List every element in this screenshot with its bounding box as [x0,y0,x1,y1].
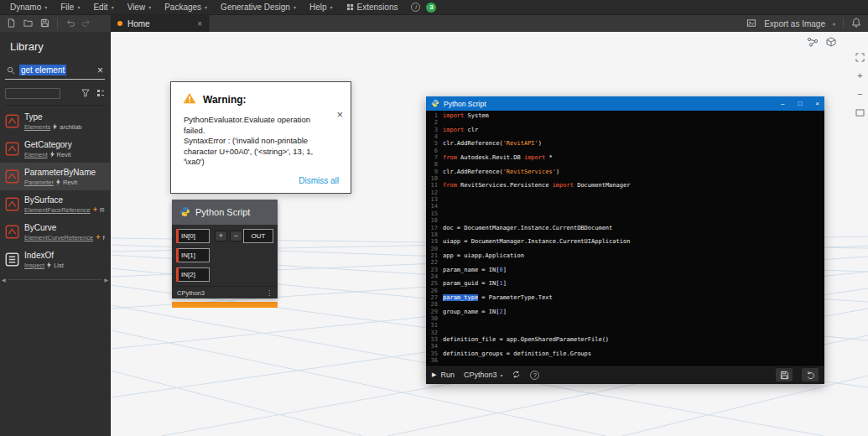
fullscreen-icon[interactable] [855,107,865,118]
filter-input[interactable] [5,88,60,99]
action-icon [47,262,51,268]
library-item-bysurface[interactable]: BySurfaceElementFaceReference+Revit [0,190,110,218]
sync-icon[interactable] [512,370,521,381]
warning-close-icon[interactable]: × [336,108,343,121]
layout-toggle-icon[interactable] [96,86,105,101]
editor-save-button[interactable] [776,368,793,382]
scroll-left-icon[interactable]: ◀ [2,277,6,283]
node-icon [5,197,19,211]
tab-home[interactable]: Home × [111,15,210,32]
export-image-icon [746,18,756,29]
bell-icon[interactable] [851,18,861,29]
editor-revert-button[interactable] [802,368,819,382]
extensions-icon [346,3,354,11]
workspace-canvas[interactable]: + − Warning: × PythonEvaluator.Evaluate … [111,32,868,436]
menubar-items: Dynamo▾File▾Edit▾View▾Packages▾Generativ… [3,3,404,12]
zoom-in-icon[interactable]: + [855,70,865,81]
warning-icon [183,92,196,107]
menu-view[interactable]: View▾ [121,3,159,12]
input-port-2[interactable]: IN[2] [176,267,210,282]
create-icon: + [93,207,97,213]
menu-help[interactable]: Help▾ [303,3,340,12]
menu-edit[interactable]: Edit▾ [86,3,120,12]
run-button[interactable]: ▶Run [432,371,455,379]
library-search[interactable]: get element × [5,61,105,80]
node-subtitle: ElementFaceReference+Revit [24,206,105,214]
input-port-1[interactable]: IN[1] [176,248,210,262]
add-input-button[interactable]: + [215,231,227,241]
python-editor-window[interactable]: Python Script – □ × 1import System23impo… [426,96,824,384]
python-icon [431,99,439,109]
library-item-type[interactable]: TypeElementsarchilab [0,107,110,135]
menubar-right: i 3 [411,3,436,13]
open-folder-icon[interactable] [23,16,33,31]
python-icon [179,206,190,219]
python-script-node[interactable]: Python Script IN[0] + − OUT IN[1] IN[2] … [172,200,278,298]
node-title: IndexOf [24,251,105,260]
tabbar: Home × Export as Image ▾ [0,15,868,32]
node-warning-bar [172,302,278,308]
menu-file[interactable]: File▾ [54,3,86,12]
warning-message: PythonEvaluator.Evaluate operation faile… [171,113,351,168]
node-header[interactable]: Python Script [172,200,278,225]
action-icon [56,179,60,185]
search-clear-icon[interactable]: × [97,65,103,75]
create-icon: + [96,235,100,241]
minimize-icon[interactable]: – [781,100,784,107]
scroll-track [8,279,103,280]
menu-packages[interactable]: Packages▾ [158,3,214,12]
redo-icon[interactable] [82,16,91,31]
editor-title: Python Script [444,100,486,108]
editor-titlebar[interactable]: Python Script – □ × [426,96,824,111]
graph-view-icon[interactable] [805,36,819,48]
toolbar-separator [843,18,844,29]
node-icon [5,114,19,128]
view-toggles [805,36,838,48]
library-item-indexof[interactable]: IndexOfInspectList [0,246,110,273]
undo-icon[interactable] [65,16,75,31]
notification-badge[interactable]: 3 [426,3,436,13]
chevron-down-icon[interactable]: ▾ [833,21,835,27]
maximize-icon[interactable]: □ [798,100,802,107]
zoom-out-icon[interactable]: − [855,89,865,100]
filter-funnel-icon[interactable] [81,86,90,101]
menu-generative-design[interactable]: Generative Design▾ [214,3,303,12]
menu-extensions[interactable]: Extensions [340,3,405,12]
library-title: Library [0,32,110,61]
output-port[interactable]: OUT [243,229,273,243]
new-file-icon[interactable] [7,16,16,31]
engine-select[interactable]: CPython3▾ [464,371,503,379]
input-port-0[interactable]: IN[0] [176,229,210,243]
menu-dynamo[interactable]: Dynamo▾ [3,3,54,12]
tabbar-right: Export as Image ▾ [746,18,868,29]
dismiss-all-link[interactable]: Dismiss all [299,176,339,185]
dynamo-app: Dynamo▾File▾Edit▾View▾Packages▾Generativ… [0,0,868,436]
geometry-view-icon[interactable] [824,36,838,48]
warning-title: Warning: [203,94,247,106]
action-icon [50,151,55,158]
library-filter-row [5,86,105,106]
node-title: ParameterByName [24,168,105,177]
library-item-getcategory[interactable]: GetCategoryElementRevit [0,135,110,163]
node-subtitle: ElementCurveReference+Revit [24,234,105,241]
tab-close-icon[interactable]: × [197,19,202,29]
node-title: GetCategory [24,140,105,149]
node-icon [5,225,19,239]
save-icon[interactable] [40,16,49,31]
scroll-right-icon[interactable]: ▶ [104,277,108,283]
library-sidebar: Library get element × TypeElementsarchil… [0,32,111,436]
remove-input-button[interactable]: − [230,231,242,241]
info-icon[interactable]: i [411,3,420,12]
node-subtitle: ElementRevit [24,151,105,158]
node-engine-label: CPython3 [177,289,205,297]
help-icon[interactable]: ? [530,371,539,380]
fit-view-icon[interactable] [855,52,865,63]
close-icon[interactable]: × [815,100,819,107]
export-as-image-button[interactable]: Export as Image [764,19,825,29]
library-scrollbar[interactable]: ◀ ▶ [0,277,110,283]
library-item-bycurve[interactable]: ByCurveElementCurveReference+Revit [0,218,110,246]
node-context-menu-icon[interactable]: ⋮ [266,289,273,297]
code-area[interactable]: 1import System23import clr45clr.AddRefer… [426,111,824,365]
search-input[interactable]: get element [19,65,66,75]
library-item-parameterbyname[interactable]: ParameterByNameParameterRevit [0,163,110,190]
